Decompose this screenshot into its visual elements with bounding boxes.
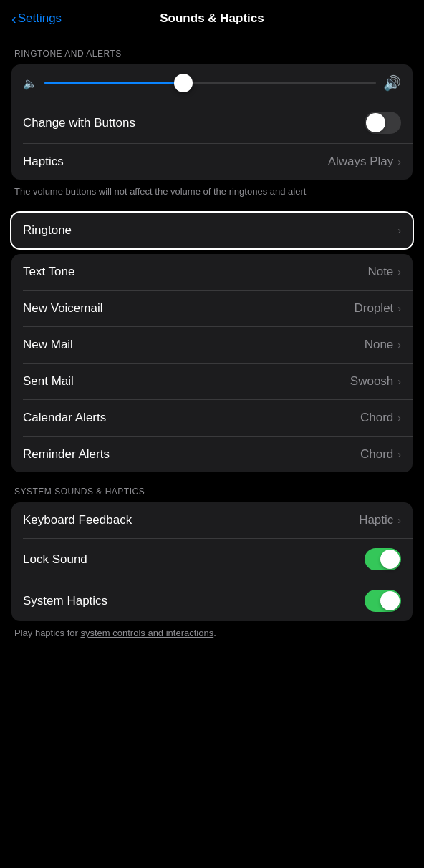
- system-hint-text: Play haptics for system controls and int…: [14, 628, 216, 638]
- new-mail-chevron-icon: ›: [398, 339, 401, 351]
- lock-sound-toggle-thumb: [380, 550, 400, 569]
- sent-mail-row[interactable]: Sent Mail Swoosh ›: [11, 364, 413, 399]
- keyboard-feedback-label: Keyboard Feedback: [23, 513, 132, 527]
- volume-slider-fill: [44, 82, 183, 84]
- ringtone-row-card[interactable]: Ringtone ›: [11, 213, 413, 248]
- change-with-buttons-toggle[interactable]: [365, 112, 401, 134]
- new-mail-right: None ›: [365, 338, 401, 352]
- new-voicemail-value: Droplet: [355, 301, 394, 316]
- ringtone-alerts-card: 🔈 🔊 Change with Buttons Haptics Always P…: [11, 64, 413, 180]
- volume-slider-thumb[interactable]: [174, 74, 193, 92]
- ringtone-right: ›: [398, 225, 401, 236]
- new-mail-label: New Mail: [23, 338, 73, 352]
- ringtone-section-label: RINGTONE AND ALERTS: [0, 34, 424, 64]
- back-chevron-icon: ‹: [11, 11, 16, 26]
- calendar-alerts-chevron-icon: ›: [398, 412, 401, 424]
- reminder-alerts-chevron-icon: ›: [398, 449, 401, 460]
- ringtone-chevron-icon: ›: [398, 225, 401, 236]
- volume-high-icon: 🔊: [383, 74, 401, 92]
- haptics-chevron-icon: ›: [398, 156, 401, 167]
- back-button[interactable]: ‹ Settings: [11, 11, 62, 26]
- new-mail-value: None: [365, 338, 394, 352]
- system-haptics-row[interactable]: System Haptics: [11, 580, 413, 621]
- ringtone-label: Ringtone: [23, 223, 72, 238]
- calendar-alerts-label: Calendar Alerts: [23, 411, 106, 425]
- system-section-label: SYSTEM SOUNDS & HAPTICS: [0, 472, 424, 502]
- page-title: Sounds & Haptics: [160, 11, 264, 26]
- new-mail-row[interactable]: New Mail None ›: [11, 327, 413, 363]
- change-with-buttons-row[interactable]: Change with Buttons: [11, 102, 413, 143]
- haptics-value: Always Play: [328, 155, 394, 169]
- sent-mail-chevron-icon: ›: [398, 376, 401, 387]
- haptics-row[interactable]: Haptics Always Play ›: [11, 144, 413, 180]
- calendar-alerts-row[interactable]: Calendar Alerts Chord ›: [11, 400, 413, 436]
- volume-slider-track[interactable]: [44, 82, 376, 84]
- change-with-buttons-label: Change with Buttons: [23, 116, 135, 130]
- header: ‹ Settings Sounds & Haptics: [0, 0, 424, 34]
- keyboard-feedback-chevron-icon: ›: [398, 515, 401, 526]
- back-label: Settings: [18, 11, 62, 26]
- sent-mail-value: Swoosh: [350, 374, 393, 389]
- reminder-alerts-right: Chord ›: [360, 447, 401, 462]
- new-voicemail-right: Droplet ›: [355, 301, 401, 316]
- sent-mail-label: Sent Mail: [23, 374, 74, 389]
- ringtone-row[interactable]: Ringtone ›: [11, 213, 413, 248]
- keyboard-feedback-right: Haptic ›: [359, 513, 401, 527]
- sent-mail-right: Swoosh ›: [350, 374, 401, 389]
- sound-items-card: Text Tone Note › New Voicemail Droplet ›…: [11, 254, 413, 472]
- calendar-alerts-value: Chord: [360, 411, 393, 425]
- change-with-buttons-toggle-thumb: [366, 113, 385, 132]
- system-hint: Play haptics for system controls and int…: [0, 621, 424, 654]
- calendar-alerts-right: Chord ›: [360, 411, 401, 425]
- keyboard-feedback-value: Haptic: [359, 513, 393, 527]
- text-tone-label: Text Tone: [23, 265, 74, 279]
- system-haptics-toggle[interactable]: [365, 590, 401, 612]
- reminder-alerts-label: Reminder Alerts: [23, 447, 110, 462]
- keyboard-feedback-row[interactable]: Keyboard Feedback Haptic ›: [11, 502, 413, 538]
- system-haptics-label: System Haptics: [23, 594, 107, 608]
- lock-sound-toggle[interactable]: [365, 548, 401, 570]
- reminder-alerts-row[interactable]: Reminder Alerts Chord ›: [11, 437, 413, 472]
- new-voicemail-chevron-icon: ›: [398, 303, 401, 314]
- reminder-alerts-value: Chord: [360, 447, 393, 462]
- text-tone-right: Note ›: [367, 265, 401, 279]
- lock-sound-row[interactable]: Lock Sound: [11, 539, 413, 580]
- new-voicemail-label: New Voicemail: [23, 301, 103, 316]
- system-haptics-toggle-thumb: [380, 591, 400, 610]
- volume-low-icon: 🔈: [23, 77, 37, 90]
- haptics-label: Haptics: [23, 155, 64, 169]
- text-tone-value: Note: [367, 265, 393, 279]
- system-sounds-card: Keyboard Feedback Haptic › Lock Sound Sy…: [11, 502, 413, 621]
- lock-sound-label: Lock Sound: [23, 552, 87, 567]
- ringtone-hint: The volume buttons will not affect the v…: [0, 180, 424, 213]
- haptics-right: Always Play ›: [328, 155, 401, 169]
- text-tone-chevron-icon: ›: [398, 266, 401, 278]
- gap-1: [0, 248, 424, 254]
- new-voicemail-row[interactable]: New Voicemail Droplet ›: [11, 291, 413, 326]
- volume-slider-row[interactable]: 🔈 🔊: [11, 64, 413, 102]
- text-tone-row[interactable]: Text Tone Note ›: [11, 254, 413, 290]
